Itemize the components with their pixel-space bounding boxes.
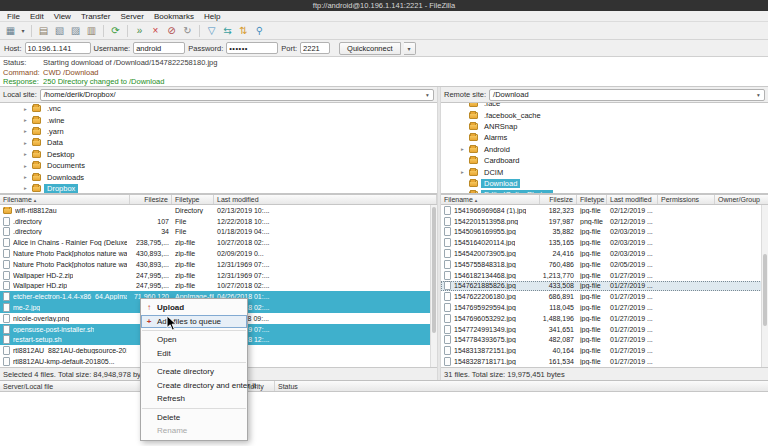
file-row[interactable]: 1542201513958.png 197,987 png-file 02/12… bbox=[441, 216, 768, 227]
remote-site-combo[interactable]: /Download ▾ bbox=[489, 89, 765, 101]
column-filesize[interactable]: Filesize bbox=[540, 195, 577, 204]
context-menu-item[interactable]: ↑ Upload bbox=[141, 301, 247, 315]
tree-item[interactable]: ▸ Android bbox=[441, 144, 768, 155]
file-row[interactable]: 1547724991349.jpg 341,651 jpg-file 01/27… bbox=[441, 324, 768, 335]
toggle-local-tree-icon[interactable]: ▧ bbox=[52, 24, 67, 38]
tree-item[interactable]: ANRSnap bbox=[441, 121, 768, 132]
tree-item[interactable]: .face bbox=[441, 102, 768, 109]
context-menu-item[interactable]: Create directory bbox=[141, 365, 247, 379]
username-input[interactable] bbox=[133, 42, 185, 54]
expander-icon[interactable]: ▸ bbox=[24, 174, 32, 180]
tree-item[interactable]: ▸ Downloads bbox=[0, 171, 437, 182]
column-last-modified[interactable]: Last modified bbox=[607, 195, 658, 204]
expander-icon[interactable]: ▸ bbox=[461, 146, 469, 152]
file-row[interactable]: 1545420073905.jpg 24,416 jpg-file 02/03/… bbox=[441, 248, 768, 259]
expander-icon[interactable]: ▸ bbox=[461, 169, 469, 175]
file-row[interactable]: 1547621885826.jpg 433,508 jpg-file 01/27… bbox=[441, 281, 768, 292]
site-manager-icon[interactable]: ▦ bbox=[3, 24, 18, 38]
expander-icon[interactable]: ▸ bbox=[24, 151, 32, 157]
tree-item[interactable]: ▸ .yarn bbox=[0, 126, 437, 137]
file-row[interactable]: Wallpaper HD.zip 247,995,... zip-file 10… bbox=[0, 281, 437, 292]
column-filetype[interactable]: Filetype bbox=[172, 195, 214, 204]
process-queue-icon[interactable]: » bbox=[132, 24, 147, 38]
file-row[interactable]: 1548313872151.jpg 40,164 jpg-file 01/27/… bbox=[441, 345, 768, 356]
expander-icon[interactable]: ▸ bbox=[24, 106, 32, 112]
cancel-icon[interactable]: × bbox=[148, 24, 163, 38]
reconnect-icon[interactable]: ↻ bbox=[180, 24, 195, 38]
context-menu-item[interactable]: Edit bbox=[141, 347, 247, 361]
context-menu-item[interactable]: + Add files to queue bbox=[141, 315, 247, 329]
filter-icon[interactable]: ▽ bbox=[204, 24, 219, 38]
context-menu-item[interactable]: Delete bbox=[141, 411, 247, 425]
toggle-log-icon[interactable]: ▤ bbox=[36, 24, 51, 38]
file-row[interactable]: .directory 34 File 01/18/2019 04:... bbox=[0, 227, 437, 238]
file-row[interactable]: 1547696053292.jpg 1,488,196 jpg-file 01/… bbox=[441, 313, 768, 324]
file-row[interactable]: Nature Photo Pack[photos nature wallpape… bbox=[0, 248, 437, 259]
file-row[interactable]: 1545096169955.jpg 35,882 jpg-file 02/03/… bbox=[441, 227, 768, 238]
password-input[interactable] bbox=[226, 42, 278, 54]
column-permissions[interactable]: Permissions bbox=[658, 195, 715, 204]
quickconnect-button[interactable]: Quickconnect bbox=[339, 42, 400, 55]
chevron-down-icon[interactable]: ▾ bbox=[753, 92, 764, 98]
host-input[interactable] bbox=[25, 42, 91, 54]
file-row[interactable]: 1541966969684 (1).jpg 182,323 jpg-file 0… bbox=[441, 205, 768, 216]
tree-item[interactable]: .facebook_cache bbox=[441, 109, 768, 120]
menu-item[interactable]: Bookmarks bbox=[149, 12, 199, 21]
local-list-scrollbar[interactable] bbox=[430, 205, 437, 367]
file-row[interactable]: 1545164020114.jpg 135,165 jpg-file 02/03… bbox=[441, 237, 768, 248]
menu-item[interactable]: Edit bbox=[25, 12, 49, 21]
remote-list-scrollbar[interactable] bbox=[761, 205, 768, 367]
column-filename[interactable]: Filename ▴ bbox=[0, 195, 130, 204]
queue-column[interactable]: Status bbox=[275, 381, 768, 391]
tree-item[interactable]: Download bbox=[441, 178, 768, 189]
tree-item[interactable]: EditedOnlinePhotos bbox=[441, 189, 768, 194]
site-manager-dropdown-icon[interactable]: ▾ bbox=[19, 24, 27, 38]
disconnect-icon[interactable]: ⊘ bbox=[164, 24, 179, 38]
menu-item[interactable]: Server bbox=[115, 12, 149, 21]
local-site-combo[interactable]: /home/derik/Dropbox/ ▾ bbox=[40, 89, 434, 101]
sync-browsing-icon[interactable]: ⇅ bbox=[236, 24, 251, 38]
tree-item[interactable]: Cardboard bbox=[441, 155, 768, 166]
context-menu-item[interactable]: Refresh bbox=[141, 392, 247, 406]
tree-item[interactable]: ▸ .wine bbox=[0, 114, 437, 125]
file-row[interactable]: 1547784393675.jpg 482,087 jpg-file 01/27… bbox=[441, 335, 768, 346]
menu-item[interactable]: View bbox=[49, 12, 76, 21]
tree-item[interactable]: ▸ DCIM bbox=[441, 166, 768, 177]
quickconnect-dropdown-icon[interactable]: ▾ bbox=[404, 42, 416, 55]
compare-icon[interactable]: ⇆ bbox=[220, 24, 235, 38]
column-filesize[interactable]: Filesize bbox=[130, 195, 172, 204]
titlebar[interactable]: ftp://android@10.196.1.141:2221 - FileZi… bbox=[0, 0, 768, 11]
column-owner-group[interactable]: Owner/Group bbox=[715, 195, 768, 204]
context-menu-item[interactable]: Rename bbox=[141, 424, 247, 438]
file-row[interactable]: 1545755848318.jpg 760,486 jpg-file 02/05… bbox=[441, 259, 768, 270]
expander-icon[interactable]: ▸ bbox=[24, 140, 32, 146]
file-row[interactable]: 1547622206180.jpg 686,891 jpg-file 01/27… bbox=[441, 291, 768, 302]
file-row[interactable]: 1548328718171.jpg 161,534 jpg-file 01/27… bbox=[441, 356, 768, 367]
column-filename[interactable]: Filename ▴ bbox=[441, 195, 540, 204]
tree-item[interactable]: Alarms bbox=[441, 132, 768, 143]
expander-icon[interactable]: ▸ bbox=[24, 128, 32, 134]
tree-item[interactable]: ▸ Documents bbox=[0, 160, 437, 171]
expander-icon[interactable]: ▸ bbox=[24, 185, 32, 191]
menu-item[interactable]: File bbox=[2, 12, 25, 21]
file-row[interactable]: 1547695929594.jpg 118,045 jpg-file 01/27… bbox=[441, 302, 768, 313]
expander-icon[interactable]: ▸ bbox=[24, 163, 32, 169]
refresh-icon[interactable]: ⟳ bbox=[108, 24, 123, 38]
toggle-queue-icon[interactable]: ▥ bbox=[84, 24, 99, 38]
expander-icon[interactable]: ▸ bbox=[24, 117, 32, 123]
chevron-down-icon[interactable]: ▾ bbox=[422, 92, 433, 98]
menu-item[interactable]: Transfer bbox=[76, 12, 116, 21]
context-menu-item[interactable]: Create directory and enter it bbox=[141, 379, 247, 393]
file-row[interactable]: 1546182134468.jpg 1,213,770 jpg-file 01/… bbox=[441, 270, 768, 281]
file-row[interactable]: Nature Photo Pack[photos nature wallpape… bbox=[0, 259, 437, 270]
file-row[interactable]: .directory 107 File 12/22/2018 10:... bbox=[0, 216, 437, 227]
queue-column[interactable]: Server/Local file bbox=[0, 381, 148, 391]
context-menu-item[interactable]: Open bbox=[141, 333, 247, 347]
tree-item[interactable]: ▸ Data bbox=[0, 137, 437, 148]
file-row[interactable]: Wallpaper HD-2.zip 247,995,... zip-file … bbox=[0, 270, 437, 281]
port-input[interactable] bbox=[300, 42, 330, 54]
file-row[interactable]: Alice in Chains - Rainier Fog (Deluxe 2C… bbox=[0, 237, 437, 248]
tree-item[interactable]: ▸ Desktop bbox=[0, 149, 437, 160]
find-icon[interactable]: ⚲ bbox=[252, 24, 267, 38]
column-last-modified[interactable]: Last modified bbox=[214, 195, 437, 204]
